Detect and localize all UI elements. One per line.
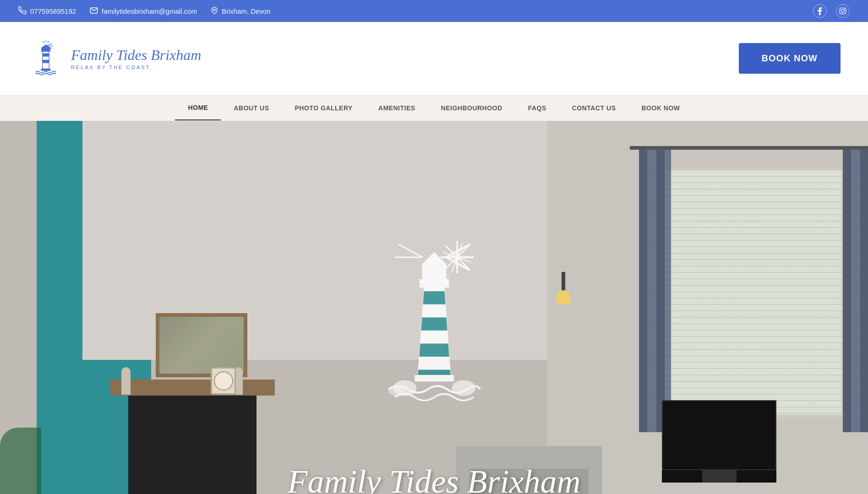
nav-item-neighbourhood[interactable]: NEIGHBOURHOOD xyxy=(428,96,515,120)
svg-rect-8 xyxy=(41,48,50,52)
lighthouse-logo-overlay xyxy=(366,219,503,402)
instagram-link[interactable] xyxy=(836,4,850,18)
email-address: familytidesbrixham@gmail.com xyxy=(102,7,197,15)
phone-item[interactable]: 077595895192 xyxy=(18,6,76,16)
email-icon xyxy=(90,6,98,16)
nav-item-home[interactable]: HOME xyxy=(175,96,221,120)
facebook-link[interactable] xyxy=(813,4,827,18)
logo-subtitle: RELAX BY THE COAST xyxy=(71,65,201,70)
contact-info: 077595895192 familytidesbrixham@gmail.co… xyxy=(18,6,271,16)
svg-line-15 xyxy=(48,41,49,43)
svg-point-1 xyxy=(213,9,215,11)
nav-item-book[interactable]: BOOK NOW xyxy=(628,96,693,120)
curtain-rod xyxy=(630,146,868,150)
logo-title: Family Tides Brixham xyxy=(71,47,201,64)
location-item: Brixham, Devon xyxy=(211,6,271,16)
decor-left xyxy=(121,367,131,395)
plant xyxy=(0,428,41,494)
nav-item-contact[interactable]: CONTACT US xyxy=(559,96,629,120)
nav-item-faqs[interactable]: FAQS xyxy=(515,96,559,120)
location-icon xyxy=(211,6,218,16)
tv xyxy=(662,400,776,483)
hero-section: Family Tides Brixham xyxy=(0,121,868,494)
phone-icon xyxy=(18,6,27,16)
mantle xyxy=(110,380,275,396)
navigation: HOME ABOUT US PHOTO GALLERY AMENITIES NE… xyxy=(0,95,868,121)
social-links xyxy=(813,4,850,18)
nav-item-gallery[interactable]: PHOTO GALLERY xyxy=(282,96,366,120)
logo-text: Family Tides Brixham RELAX BY THE COAST xyxy=(71,47,201,70)
svg-point-4 xyxy=(844,9,845,10)
svg-point-3 xyxy=(841,10,845,13)
fireplace xyxy=(128,382,257,494)
svg-line-27 xyxy=(398,244,422,257)
svg-rect-17 xyxy=(415,291,460,304)
hero-title: Family Tides Brixham xyxy=(288,463,581,494)
svg-rect-19 xyxy=(415,343,460,357)
svg-point-38 xyxy=(388,385,404,396)
svg-line-10 xyxy=(46,43,52,46)
nav-item-about[interactable]: ABOUT US xyxy=(221,96,282,120)
svg-rect-7 xyxy=(43,60,49,63)
curtain-left xyxy=(639,148,671,432)
location-text: Brixham, Devon xyxy=(222,7,271,15)
header: Family Tides Brixham RELAX BY THE COAST … xyxy=(0,22,868,95)
phone-number: 077595895192 xyxy=(30,7,76,15)
nav-item-amenities[interactable]: AMENITIES xyxy=(366,96,428,120)
clock xyxy=(211,367,236,395)
curtain-right xyxy=(843,148,868,432)
logo-icon xyxy=(27,40,64,77)
top-bar: 077595895192 familytidesbrixham@gmail.co… xyxy=(0,0,868,22)
wall-lamp xyxy=(557,272,570,304)
svg-line-26 xyxy=(446,257,470,271)
logo[interactable]: Family Tides Brixham RELAX BY THE COAST xyxy=(27,40,201,77)
svg-rect-35 xyxy=(415,375,454,381)
svg-rect-6 xyxy=(43,53,49,56)
svg-rect-22 xyxy=(422,264,446,282)
svg-rect-2 xyxy=(840,8,846,14)
window xyxy=(662,167,845,418)
svg-point-37 xyxy=(452,380,475,396)
header-book-now-button[interactable]: BOOK NOW xyxy=(739,43,841,74)
svg-rect-5 xyxy=(43,50,49,69)
email-item[interactable]: familytidesbrixham@gmail.com xyxy=(90,6,197,16)
svg-line-16 xyxy=(43,41,44,43)
svg-rect-13 xyxy=(41,69,50,71)
